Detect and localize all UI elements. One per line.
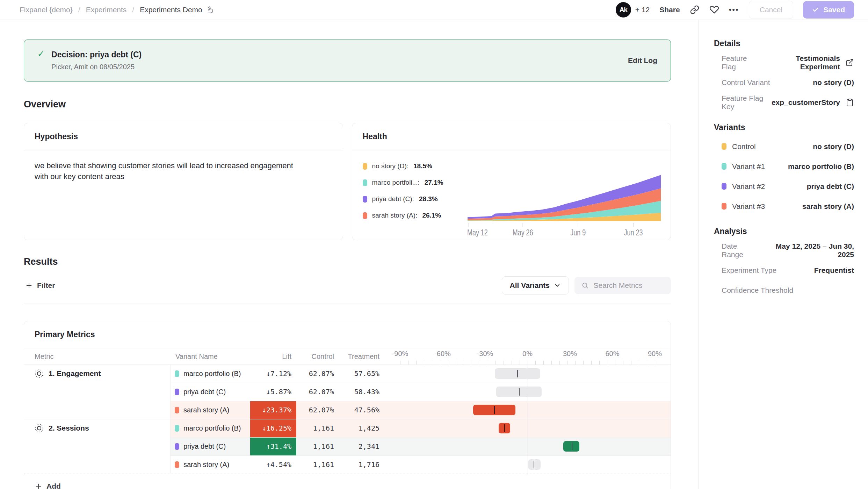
variants-row: Variant #2priya debt (C) [714, 176, 854, 196]
analysis-row: Confidence Threshold [714, 280, 854, 300]
details-heading: Details [714, 39, 854, 48]
row-value-text: sarah story (A) [802, 202, 854, 211]
column-control: Control [296, 353, 339, 361]
lift-value: ↑31.4% [250, 437, 296, 455]
axis-minor-tick [400, 361, 400, 364]
metrics-table-header: Metric Variant Name Lift Control Treatme… [24, 348, 671, 364]
analysis-row: Date RangeMay 12, 2025 – Jun 30, 2025 [714, 240, 854, 260]
lift-value: ↓5.87% [250, 383, 296, 401]
hypothesis-title: Hypothesis [35, 132, 78, 141]
favorite-heart-icon[interactable] [709, 5, 719, 15]
health-stacked-area-chart: May 12May 26Jun 9Jun 23 [468, 155, 661, 237]
saved-button[interactable]: Saved [803, 1, 854, 19]
estimate-marker [534, 461, 534, 468]
edit-log-button[interactable]: Edit Log [628, 56, 657, 65]
treatment-value: 58.43% [339, 388, 384, 396]
share-button[interactable]: Share [659, 6, 680, 14]
breadcrumb-project[interactable]: Fixpanel {demo} [20, 6, 73, 14]
variants-row: Controlno story (D) [714, 136, 854, 156]
row-value-text: no story (D) [813, 78, 854, 87]
row-value: no story (D) [813, 142, 854, 151]
variant-name: sarah story (A) [183, 406, 229, 414]
primary-metrics-card: Primary Metrics Metric Variant Name Lift… [24, 321, 671, 489]
legend-label: sarah story (A): [372, 212, 418, 219]
variant-swatch [722, 143, 726, 150]
row-label: Control Variant [722, 78, 770, 87]
more-menu-icon[interactable]: ••• [729, 5, 739, 14]
link-icon[interactable] [690, 5, 700, 15]
confidence-interval-cell [384, 455, 671, 474]
row-label: Variant #2 [732, 182, 765, 191]
row-label: Variant #3 [732, 202, 765, 211]
cancel-button[interactable]: Cancel [749, 1, 793, 19]
primary-metrics-title: Primary Metrics [35, 330, 95, 339]
row-value: Testimonials Experiment [760, 54, 854, 71]
axis-minor-tick [599, 361, 600, 364]
axis-minor-tick [488, 361, 488, 364]
axis-minor-tick [623, 361, 623, 364]
variants-dropdown[interactable]: All Variants [502, 276, 569, 295]
row-value: Frequentist [814, 266, 854, 275]
axis-minor-tick [647, 361, 647, 364]
row-value: marco portfolio (B) [788, 162, 854, 171]
collaborator-count[interactable]: + 12 [635, 6, 650, 14]
control-value: 1,161 [296, 442, 339, 451]
x-axis-tick-label: Jun 9 [570, 228, 586, 237]
hypothesis-card: Hypothesis we believe that showing custo… [24, 123, 343, 240]
metrics-search[interactable] [574, 277, 671, 294]
table-row[interactable]: sarah story (A)↑4.54%1,1611,716 [24, 455, 671, 474]
legend-item[interactable]: marco portfoli...: 27.1% [363, 179, 468, 186]
control-value: 1,161 [296, 460, 339, 469]
axis-tick-label: 90% [648, 350, 662, 358]
legend-item[interactable]: no story (D): 18.5% [363, 162, 468, 170]
row-value-text: May 12, 2025 – Jun 30, 2025 [760, 242, 854, 259]
axis-minor-tick [408, 361, 408, 364]
axis-minor-tick [480, 361, 480, 364]
external-link-icon[interactable] [846, 58, 854, 67]
estimate-marker [494, 406, 495, 414]
variant-name: sarah story (A) [183, 461, 229, 469]
axis-minor-tick [591, 361, 592, 364]
estimate-marker [517, 370, 518, 377]
add-metric-button[interactable]: Add [35, 482, 61, 489]
column-variant-name: Variant Name [171, 353, 250, 361]
row-value-text: Frequentist [814, 266, 854, 275]
confidence-interval-bar [528, 459, 541, 470]
details-sidebar: DetailsFeature FlagTestimonials Experime… [698, 20, 868, 489]
variant-swatch [175, 407, 179, 413]
confidence-interval-cell [384, 437, 671, 455]
table-row[interactable]: 2. Sessionsmarco portfolio (B)↓16.25%1,1… [24, 419, 671, 437]
search-input[interactable] [594, 281, 664, 290]
decision-text: Decision: priya debt (C) Picker, Amit on… [51, 50, 142, 71]
breadcrumb-current[interactable]: Experiments Demo [140, 5, 216, 15]
variant-name: marco portfolio (B) [183, 424, 241, 432]
row-label: Variant #1 [732, 162, 765, 171]
legend-value: 27.1% [425, 179, 443, 186]
axis-minor-tick [464, 361, 464, 364]
legend-item[interactable]: priya debt (C): 28.3% [363, 195, 468, 203]
confidence-interval-cell [384, 383, 671, 401]
table-row[interactable]: priya debt (C)↓5.87%62.07%58.43% [24, 383, 671, 401]
breadcrumb-experiments[interactable]: Experiments [86, 6, 127, 14]
top-bar: Fixpanel {demo} / Experiments / Experime… [0, 0, 868, 20]
axis-minor-tick [424, 361, 424, 364]
axis-minor-tick [631, 361, 631, 364]
avatar[interactable]: Ak [616, 2, 631, 17]
lift-value: ↓23.37% [250, 401, 296, 419]
metric-cell [24, 437, 171, 455]
table-row[interactable]: 1. Engagementmarco portfolio (B)↓7.12%62… [24, 364, 671, 383]
table-row[interactable]: sarah story (A)↓23.37%62.07%47.56% [24, 401, 671, 419]
axis-minor-tick [512, 361, 512, 364]
clipboard-icon[interactable] [846, 98, 854, 107]
axis-minor-tick [456, 361, 456, 364]
estimate-marker [572, 442, 572, 450]
axis-tick-label: -60% [434, 350, 451, 358]
legend-item[interactable]: sarah story (A): 26.1% [363, 212, 468, 219]
legend-swatch [363, 163, 367, 170]
zero-line [528, 455, 528, 474]
table-row[interactable]: priya debt (C)↑31.4%1,1612,341 [24, 437, 671, 455]
axis-tick-label: -90% [392, 350, 408, 358]
results-divider [24, 304, 671, 304]
add-filter-button[interactable]: Filter [24, 278, 56, 293]
legend-value: 18.5% [413, 162, 432, 170]
